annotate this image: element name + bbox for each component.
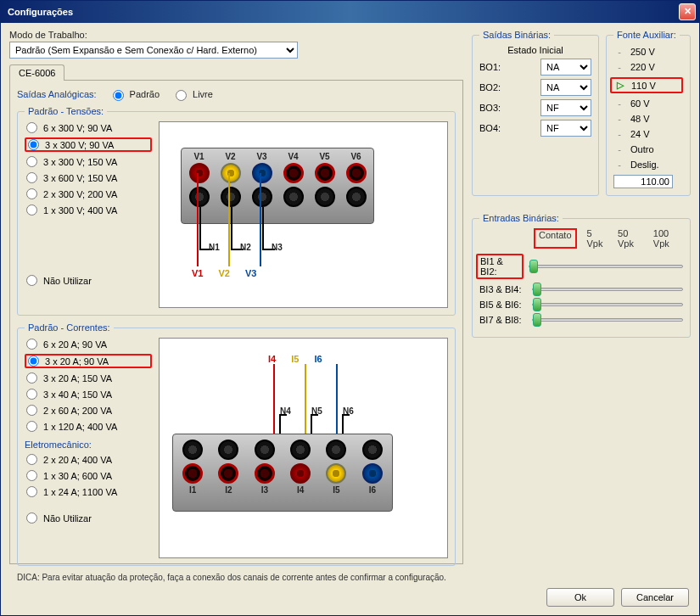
current-fieldset: Padrão - Correntes: 6 x 20 A; 90 VA 3 x … bbox=[17, 322, 456, 566]
voltage-device: V1 V2 V3 V4 V5 V6 bbox=[181, 148, 374, 224]
bi34-slider[interactable] bbox=[532, 288, 683, 291]
jack-v1n bbox=[189, 187, 210, 207]
cur-opt-none[interactable]: Não Utilizar bbox=[25, 512, 152, 524]
button-row: Ok Cancelar bbox=[1, 583, 699, 615]
aux-60v[interactable]: -60 V bbox=[613, 98, 683, 109]
volt-opt-none[interactable]: Não Utilizar bbox=[25, 274, 152, 287]
workmode-label: Modo de Trabalho: bbox=[9, 30, 463, 40]
bi34-label: BI3 & BI4: bbox=[479, 284, 527, 294]
jack-v6n bbox=[346, 187, 367, 207]
cur-opt-5[interactable]: 1 x 120 A; 400 VA bbox=[25, 420, 152, 433]
jack-i2n bbox=[218, 440, 238, 460]
bi56-slider[interactable] bbox=[532, 303, 683, 306]
cur-opt-4[interactable]: 2 x 60 A; 200 VA bbox=[25, 404, 152, 417]
initial-state-label: Estado Inicial bbox=[479, 45, 591, 55]
bi56-label: BI5 & BI6: bbox=[479, 300, 527, 310]
titlebar: Configurações ✕ bbox=[1, 1, 699, 23]
aux-source-legend: Fonte Auxiliar: bbox=[613, 30, 680, 40]
cur-em-2[interactable]: 1 x 24 A; 1100 VA bbox=[25, 485, 152, 498]
bi-scale-header: Contato 5 Vpk 50 Vpk 100 Vpk bbox=[479, 228, 683, 249]
tabs: CE-6006 bbox=[9, 64, 463, 81]
jack-i4 bbox=[290, 463, 311, 484]
jack-v3n bbox=[252, 187, 272, 207]
jack-v4 bbox=[283, 163, 304, 183]
aux-source-fieldset: Fonte Auxiliar: -250 V -220 V ▷110 V -60… bbox=[606, 30, 691, 196]
jack-v2n bbox=[221, 187, 241, 207]
aux-48v[interactable]: -48 V bbox=[613, 114, 683, 124]
workmode-select[interactable]: Padrão (Sem Expansão e Sem Conexão c/ Ha… bbox=[9, 42, 298, 59]
jack-i6 bbox=[362, 463, 383, 484]
content: Modo de Trabalho: Padrão (Sem Expansão e… bbox=[1, 23, 699, 583]
binary-inputs-fieldset: Entradas Binárias: Contato 5 Vpk 50 Vpk … bbox=[472, 213, 691, 338]
jack-v6 bbox=[346, 163, 367, 183]
bo4-label: BO4: bbox=[479, 123, 501, 133]
voltage-diagram: V1 V2 V3 V4 V5 V6 bbox=[159, 121, 448, 308]
aux-outro[interactable]: -Outro bbox=[613, 144, 683, 154]
voltage-fieldset: Padrão - Tensões: 6 x 300 V; 90 VA 3 x 3… bbox=[17, 106, 456, 316]
jack-i3n bbox=[255, 440, 275, 460]
jack-v5n bbox=[315, 187, 335, 207]
analog-mode-livre[interactable]: Livre bbox=[171, 87, 213, 101]
jack-i2 bbox=[218, 463, 238, 484]
bo1-label: BO1: bbox=[479, 62, 501, 72]
jack-i5n bbox=[326, 440, 346, 460]
cur-opt-3[interactable]: 3 x 40 A; 150 VA bbox=[25, 388, 152, 400]
cur-em-1[interactable]: 1 x 30 A; 600 VA bbox=[25, 469, 152, 482]
cur-opt-2[interactable]: 3 x 20 A; 150 VA bbox=[25, 372, 152, 384]
bo3-label: BO3: bbox=[479, 103, 501, 113]
bo2-label: BO2: bbox=[479, 82, 501, 92]
bi78-slider[interactable] bbox=[532, 318, 683, 322]
analog-mode-padrao[interactable]: Padrão bbox=[109, 87, 160, 101]
analog-outputs-label: Saídas Analógicas: bbox=[17, 89, 97, 99]
bi12-slider[interactable] bbox=[529, 265, 683, 268]
close-button[interactable]: ✕ bbox=[679, 3, 696, 20]
cur-em-0[interactable]: 2 x 20 A; 400 VA bbox=[25, 453, 152, 466]
right-column: Saídas Binárias: Estado Inicial BO1:NA B… bbox=[472, 30, 691, 564]
jack-i1 bbox=[182, 463, 203, 484]
voltage-legend: Padrão - Tensões: bbox=[25, 106, 107, 116]
jack-i5 bbox=[326, 463, 346, 484]
jack-i6n bbox=[362, 440, 383, 460]
hint-text: DICA: Para evitar atuação da proteção, f… bbox=[17, 573, 456, 582]
jack-i4n bbox=[290, 440, 311, 460]
window-title: Configurações bbox=[4, 7, 73, 17]
volt-opt-2[interactable]: 3 x 300 V; 150 VA bbox=[25, 155, 152, 168]
current-diagram: I4 I5 I6 N4 N5 N6 bbox=[159, 338, 448, 558]
aux-110v[interactable]: ▷110 V bbox=[610, 77, 683, 93]
left-column: Modo de Trabalho: Padrão (Sem Expansão e… bbox=[9, 30, 463, 564]
current-radios: 6 x 20 A; 90 VA 3 x 20 A; 90 VA 3 x 20 A… bbox=[25, 338, 152, 558]
volt-opt-3[interactable]: 3 x 600 V; 150 VA bbox=[25, 171, 152, 184]
tab-panel: Saídas Analógicas: Padrão Livre Padrão -… bbox=[9, 81, 463, 564]
current-legend: Padrão - Correntes: bbox=[25, 322, 114, 333]
bo3-select[interactable]: NF bbox=[540, 99, 591, 116]
bi12-label: BI1 & BI2: bbox=[476, 254, 524, 279]
binary-outputs-fieldset: Saídas Binárias: Estado Inicial BO1:NA B… bbox=[472, 30, 599, 196]
jack-i1n bbox=[182, 440, 203, 460]
arrow-icon: ▷ bbox=[614, 80, 626, 91]
jack-v2 bbox=[221, 163, 241, 183]
volt-opt-0[interactable]: 6 x 300 V; 90 VA bbox=[25, 121, 152, 134]
current-device: I1 I2 I3 I4 I5 I6 bbox=[172, 434, 393, 512]
jack-i3 bbox=[255, 463, 275, 484]
volt-opt-5[interactable]: 1 x 300 V; 400 VA bbox=[25, 204, 152, 216]
aux-220v[interactable]: -220 V bbox=[613, 62, 683, 72]
cur-opt-0[interactable]: 6 x 20 A; 90 VA bbox=[25, 338, 152, 350]
jack-v4n bbox=[283, 187, 304, 207]
aux-24v[interactable]: -24 V bbox=[613, 129, 683, 139]
bo1-select[interactable]: NA bbox=[540, 59, 591, 76]
voltage-radios: 6 x 300 V; 90 VA 3 x 300 V; 90 VA 3 x 30… bbox=[25, 121, 152, 308]
bo4-select[interactable]: NF bbox=[540, 120, 591, 137]
aux-deslig[interactable]: -Deslig. bbox=[613, 160, 683, 170]
bi78-label: BI7 & BI8: bbox=[479, 315, 527, 325]
aux-250v[interactable]: -250 V bbox=[613, 47, 683, 57]
bo2-select[interactable]: NA bbox=[540, 79, 591, 96]
ok-button[interactable]: Ok bbox=[546, 588, 614, 607]
cur-opt-1[interactable]: 3 x 20 A; 90 VA bbox=[25, 354, 152, 368]
volt-opt-4[interactable]: 2 x 300 V; 200 VA bbox=[25, 188, 152, 200]
aux-value-input[interactable] bbox=[613, 175, 673, 188]
settings-window: Configurações ✕ Modo de Trabalho: Padrão… bbox=[0, 0, 700, 616]
volt-opt-1[interactable]: 3 x 300 V; 90 VA bbox=[25, 137, 152, 152]
binary-inputs-legend: Entradas Binárias: bbox=[479, 213, 563, 223]
tab-ce6006[interactable]: CE-6006 bbox=[9, 64, 64, 81]
cancel-button[interactable]: Cancelar bbox=[621, 588, 689, 607]
